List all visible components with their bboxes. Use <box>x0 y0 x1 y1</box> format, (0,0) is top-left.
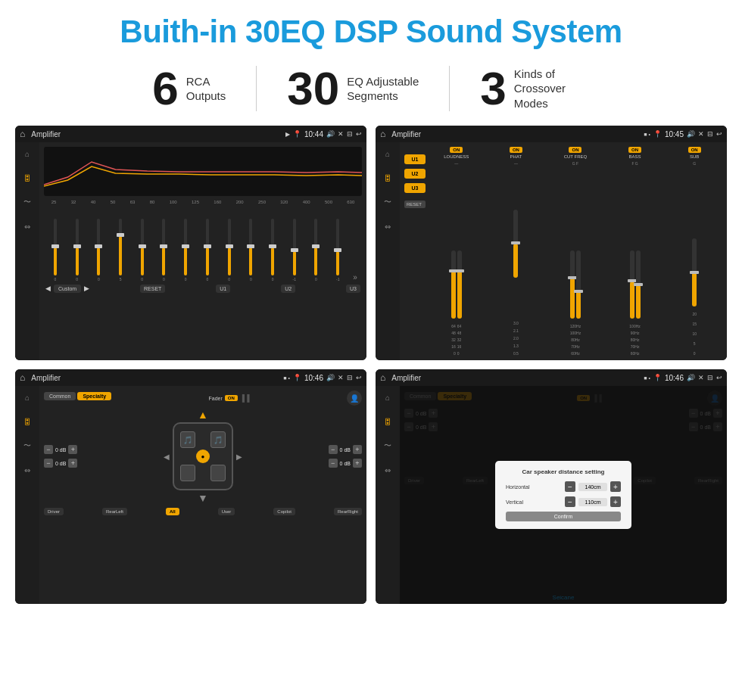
sidebar-eq-4[interactable]: 🎛 <box>381 415 394 428</box>
sidebar-arrows-2[interactable]: ⇔ <box>381 219 394 233</box>
home-icon-4[interactable]: ⌂ <box>380 372 385 383</box>
left-bot-minus[interactable]: − <box>44 459 53 468</box>
reset-btn[interactable]: RESET <box>140 285 165 293</box>
volume-icon-2: 🔊 <box>687 130 695 138</box>
eq-slider-0[interactable]: 0 <box>45 219 65 282</box>
sidebar-eq-1[interactable]: 🎛 <box>20 171 34 185</box>
home-icon-3[interactable]: ⌂ <box>20 372 25 383</box>
right-bot-minus[interactable]: − <box>329 459 338 468</box>
right-bot-plus[interactable]: + <box>353 459 362 468</box>
sidebar-arrows-3[interactable]: ⇔ <box>20 463 34 477</box>
sub-on[interactable]: ON <box>688 147 701 153</box>
fader-up[interactable]: ▲ <box>198 409 208 421</box>
eq-slider-13[interactable]: -1 <box>328 219 348 282</box>
eq-slider-6[interactable]: 0 <box>176 219 195 282</box>
sidebar-wave-1[interactable]: 〜 <box>20 195 34 209</box>
preset-u3[interactable]: U3 <box>404 183 426 193</box>
fader-down[interactable]: ▼ <box>198 492 208 504</box>
rec-icon-4: ■ • <box>644 375 650 381</box>
sidebar-home-2[interactable]: ⌂ <box>381 147 394 160</box>
vertical-minus-btn[interactable]: − <box>565 496 575 507</box>
tab-common-3[interactable]: Common <box>44 392 76 400</box>
right-speaker-controls: − 0 dB + − 0 dB + <box>329 445 362 468</box>
right-top-minus[interactable]: − <box>329 445 338 454</box>
horizontal-minus-btn[interactable]: − <box>565 481 575 492</box>
btn-rearright-3[interactable]: RearRight <box>334 508 362 515</box>
fader-right[interactable]: ▶ <box>236 453 242 461</box>
horizontal-plus-btn[interactable]: + <box>610 481 621 492</box>
right-top-ctrl: − 0 dB + <box>329 445 362 454</box>
u1-btn[interactable]: U1 <box>216 285 230 293</box>
btn-rearleft-3[interactable]: RearLeft <box>102 508 127 515</box>
bass-on[interactable]: ON <box>628 147 641 153</box>
dialog-title: Car speaker distance setting <box>506 468 621 475</box>
eq-slider-5[interactable]: 0 <box>154 219 174 282</box>
eq-slider-12[interactable]: 0 <box>307 219 326 282</box>
eq-slider-1[interactable]: 0 <box>67 219 87 282</box>
eq-slider-9[interactable]: 0 <box>241 219 260 282</box>
left-top-minus[interactable]: − <box>44 445 53 454</box>
vertical-plus-btn[interactable]: + <box>610 496 621 507</box>
fader-left[interactable]: ◀ <box>164 453 170 461</box>
sidebar-eq-2[interactable]: 🎛 <box>381 171 394 185</box>
right-top-plus[interactable]: + <box>353 445 362 454</box>
sidebar-home-1[interactable]: ⌂ <box>20 147 34 160</box>
custom-btn[interactable]: Custom <box>54 285 81 293</box>
right-bot-val: 0 dB <box>340 461 351 466</box>
eq-slider-11[interactable]: -1 <box>285 219 304 282</box>
screen2-sidebar: ⌂ 🎛 〜 ⇔ <box>376 142 400 360</box>
eq-slider-8[interactable]: 0 <box>220 219 239 282</box>
loudness-on[interactable]: ON <box>450 147 463 153</box>
tab-specialty-3[interactable]: Specialty <box>77 392 111 400</box>
eq-slider-7[interactable]: 0 <box>198 219 217 282</box>
eq-slider-4[interactable]: 0 <box>132 219 152 282</box>
u2-btn[interactable]: U2 <box>281 285 295 293</box>
sidebar-home-4[interactable]: ⌂ <box>381 390 394 404</box>
close-icon-2: ✕ <box>698 130 704 138</box>
seat-rr <box>210 465 226 481</box>
u3-btn[interactable]: U3 <box>346 285 360 293</box>
stat-number-rca: 6 <box>152 65 178 112</box>
eq-slider-2[interactable]: 0 <box>89 219 108 282</box>
eq-slider-10[interactable]: 0 <box>263 219 282 282</box>
phat-on[interactable]: ON <box>510 147 522 153</box>
profile-icon-3[interactable]: 👤 <box>347 390 362 406</box>
eq-slider-3[interactable]: 5 <box>111 219 130 282</box>
confirm-button[interactable]: Confirm <box>506 512 621 521</box>
sidebar-arrows-1[interactable]: ⇔ <box>20 219 34 233</box>
left-bot-plus[interactable]: + <box>68 459 77 468</box>
btn-driver-3[interactable]: Driver <box>44 508 64 515</box>
btn-user-3[interactable]: User <box>218 508 235 515</box>
sidebar-wave-2[interactable]: 〜 <box>381 195 394 209</box>
status-time-2: 10:45 <box>665 130 684 138</box>
home-icon-2[interactable]: ⌂ <box>380 129 385 139</box>
sidebar-wave-4[interactable]: 〜 <box>381 439 394 453</box>
cutfreq-on[interactable]: ON <box>569 147 581 153</box>
reset-label[interactable]: RESET <box>404 201 426 208</box>
sidebar-wave-3[interactable]: 〜 <box>20 439 34 453</box>
right-top-val: 0 dB <box>340 447 351 453</box>
next-icon[interactable]: ▶ <box>84 285 89 293</box>
home-icon-1[interactable]: ⌂ <box>20 129 25 139</box>
status-icons-3: 📍 10:46 🔊 ✕ ⊟ ↩ <box>293 374 362 382</box>
btn-all-3[interactable]: All <box>166 508 179 515</box>
seat-center[interactable]: ● <box>196 450 210 463</box>
sidebar-arrows-4[interactable]: ⇔ <box>381 463 394 477</box>
left-top-plus[interactable]: + <box>68 445 77 454</box>
close-icon-3: ✕ <box>338 374 344 381</box>
btn-copilot-3[interactable]: Copilot <box>273 508 295 515</box>
screen3-sidebar: ⌂ 🎛 〜 ⇔ <box>15 386 39 604</box>
left-top-val: 0 dB <box>55 447 66 453</box>
sidebar-eq-3[interactable]: 🎛 <box>20 415 34 428</box>
sidebar-home-3[interactable]: ⌂ <box>20 390 34 404</box>
prev-icon[interactable]: ◀ <box>45 285 51 293</box>
preset-u1[interactable]: U1 <box>404 154 426 164</box>
fader-on-badge[interactable]: ON <box>225 395 238 401</box>
location-icon-3: 📍 <box>293 374 301 381</box>
status-bar-4: ⌂ Amplifier ■ • 📍 10:46 🔊 ✕ ⊟ ↩ <box>376 369 727 386</box>
preset-u2[interactable]: U2 <box>404 169 426 179</box>
screen3-title: Amplifier <box>31 374 280 382</box>
screen1-inner: ⌂ 🎛 〜 ⇔ 25324050638010012516020025032040… <box>15 142 366 360</box>
fader-toggle[interactable]: ▐▐ <box>240 394 250 402</box>
vertical-value: 110cm <box>578 498 607 506</box>
